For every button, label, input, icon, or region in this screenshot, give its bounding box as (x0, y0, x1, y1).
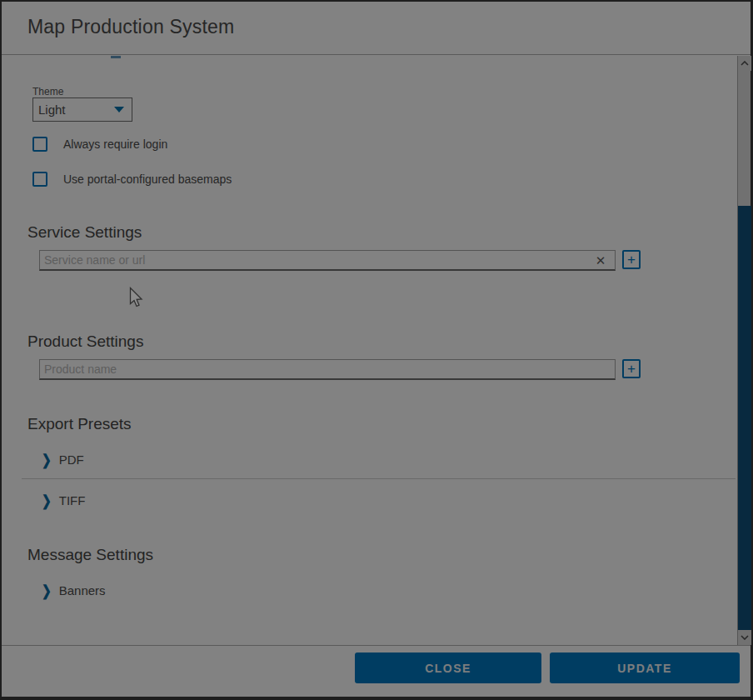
product-name-input[interactable] (39, 359, 616, 380)
dialog-header: Map Production System (2, 2, 751, 55)
checkbox-label: Always require login (63, 138, 167, 151)
chevron-down-icon (114, 107, 124, 112)
clipped-control-fragment (111, 56, 121, 58)
service-name-input[interactable] (39, 250, 616, 271)
theme-select-value: Light (33, 102, 114, 117)
checkbox-icon[interactable] (32, 172, 47, 187)
banners-expander[interactable]: ❯ Banners (42, 583, 106, 598)
divider (22, 478, 736, 479)
service-settings-heading: Service Settings (27, 223, 142, 242)
message-settings-heading: Message Settings (27, 546, 153, 564)
chevron-right-icon: ❯ (42, 493, 52, 508)
checkbox-icon[interactable] (32, 137, 47, 152)
clear-icon[interactable]: ✕ (592, 252, 609, 269)
theme-label: Theme (32, 86, 63, 98)
update-button[interactable]: UPDATE (550, 652, 740, 683)
scroll-down-icon[interactable] (738, 630, 751, 645)
map-production-system-dialog: Map Production System Theme Light Always… (2, 2, 751, 697)
screenshot-root: Map Production System Theme Light Always… (0, 0, 753, 700)
scrollbar-thumb[interactable] (738, 206, 751, 630)
expander-label: TIFF (59, 493, 86, 508)
dialog-scroll-content: Theme Light Always require login Use por… (2, 56, 737, 645)
dialog-title: Map Production System (27, 16, 234, 38)
product-settings-heading: Product Settings (27, 332, 143, 351)
expander-label: Banners (59, 583, 106, 598)
checkbox-use-portal-basemaps[interactable]: Use portal-configured basemaps (32, 172, 232, 187)
theme-select[interactable]: Light (32, 98, 132, 122)
export-preset-tiff-expander[interactable]: ❯ TIFF (42, 493, 85, 508)
dialog-footer: CLOSE UPDATE (2, 645, 751, 697)
close-button[interactable]: CLOSE (355, 652, 541, 683)
checkbox-always-require-login[interactable]: Always require login (32, 137, 167, 152)
expander-label: PDF (59, 452, 84, 467)
chevron-right-icon: ❯ (42, 583, 52, 598)
checkbox-label: Use portal-configured basemaps (63, 172, 232, 186)
vertical-scrollbar[interactable] (737, 56, 751, 645)
add-product-button[interactable]: + (622, 359, 641, 378)
add-service-button[interactable]: + (622, 250, 641, 269)
export-preset-pdf-expander[interactable]: ❯ PDF (42, 452, 84, 467)
export-presets-heading: Export Presets (27, 415, 132, 433)
scroll-up-icon[interactable] (738, 56, 751, 71)
chevron-right-icon: ❯ (42, 452, 52, 468)
